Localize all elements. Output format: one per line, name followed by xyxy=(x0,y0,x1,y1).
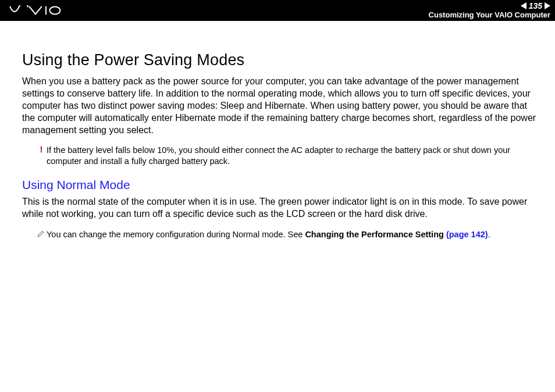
tip-trailing: . xyxy=(488,230,490,239)
vaio-logo xyxy=(9,5,69,16)
warning-note: ! If the battery level falls below 10%, … xyxy=(22,145,538,168)
warning-text: If the battery level falls below 10%, yo… xyxy=(47,145,538,168)
page-heading: Using the Power Saving Modes xyxy=(22,51,538,69)
page-content: Using the Power Saving Modes When you us… xyxy=(0,21,555,240)
svg-point-1 xyxy=(49,7,60,15)
tip-ref-link[interactable]: (page 142) xyxy=(446,230,488,239)
pencil-icon xyxy=(37,229,45,240)
header-bar: 135 Customizing Your VAIO Computer xyxy=(0,0,555,21)
section-title: Customizing Your VAIO Computer xyxy=(429,11,550,19)
next-page-icon[interactable] xyxy=(545,2,550,9)
tip-ref-label: Changing the Performance Setting xyxy=(305,230,446,239)
subsection-heading: Using Normal Mode xyxy=(22,178,538,192)
tip-text-pre: You can change the memory configuration … xyxy=(47,230,305,239)
page-number: 135 xyxy=(528,2,543,10)
normal-mode-paragraph: This is the normal state of the computer… xyxy=(22,195,538,220)
warning-icon: ! xyxy=(37,145,45,155)
intro-paragraph: When you use a battery pack as the power… xyxy=(22,75,538,137)
tip-text: You can change the memory configuration … xyxy=(47,229,490,241)
prev-page-icon[interactable] xyxy=(521,2,526,9)
header-right: 135 Customizing Your VAIO Computer xyxy=(429,2,550,20)
tip-note: You can change the memory configuration … xyxy=(22,229,538,241)
